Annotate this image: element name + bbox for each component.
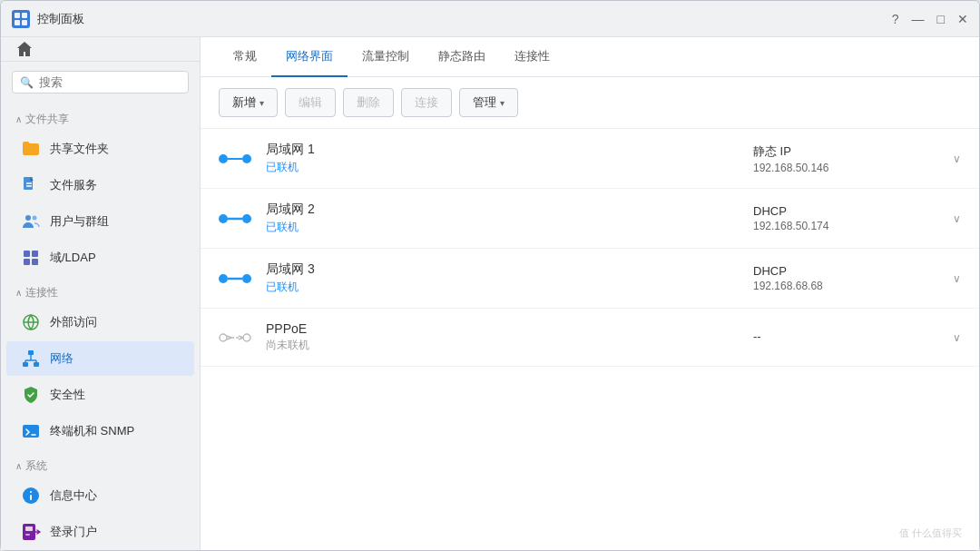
manage-button[interactable]: 管理 ▾ <box>459 88 518 117</box>
folder-icon <box>21 139 41 159</box>
svg-point-39 <box>242 274 251 283</box>
chevron-icon-2: ∧ <box>15 288 22 298</box>
pppoe-ip-type: -- <box>753 330 761 343</box>
svg-rect-0 <box>12 10 30 28</box>
svg-rect-23 <box>23 425 39 438</box>
lan3-ip-addr: 192.168.68.68 <box>753 280 823 292</box>
pppoe-expand-icon[interactable]: ∨ <box>953 331 961 344</box>
lan2-status: 已联机 <box>266 220 753 235</box>
connect-button[interactable]: 连接 <box>401 88 452 117</box>
sidebar-item-users[interactable]: 用户与群组 <box>6 204 194 239</box>
tab-general[interactable]: 常规 <box>219 37 271 77</box>
svg-rect-30 <box>25 534 30 536</box>
add-dropdown-arrow: ▾ <box>260 98 264 108</box>
section-connectivity: ∧ 连接性 <box>1 276 200 304</box>
login-portal-label: 登录门户 <box>50 524 97 540</box>
app-icon <box>12 10 30 28</box>
sidebar-item-shared-folder[interactable]: 共享文件夹 <box>6 132 194 166</box>
users-icon <box>21 212 41 231</box>
svg-rect-29 <box>25 526 33 531</box>
terminal-icon <box>21 421 41 441</box>
svg-point-8 <box>25 215 31 221</box>
lan2-expand-icon[interactable]: ∨ <box>953 212 961 225</box>
svg-point-34 <box>219 214 228 223</box>
svg-rect-11 <box>32 251 38 257</box>
sidebar-item-file-service[interactable]: 文件服务 <box>6 168 194 202</box>
lan3-ip-type: DHCP <box>753 264 787 278</box>
watermark: 值 什么值得买 <box>899 526 962 540</box>
chevron-icon-3: ∧ <box>15 461 22 471</box>
terminal-snmp-label: 终端机和 SNMP <box>50 423 134 439</box>
home-icon <box>15 40 34 58</box>
domain-icon <box>21 248 41 268</box>
lan2-name: 局域网 2 <box>266 202 753 218</box>
tab-traffic-control[interactable]: 流量控制 <box>348 37 424 77</box>
network-icon <box>21 349 41 369</box>
section-file-sharing: ∧ 文件共享 <box>1 103 200 131</box>
tab-static-route[interactable]: 静态路由 <box>424 37 500 77</box>
svg-rect-2 <box>22 13 27 18</box>
search-icon: 🔍 <box>20 76 34 89</box>
svg-rect-12 <box>24 259 30 265</box>
shared-folder-label: 共享文件夹 <box>50 141 109 157</box>
info-center-label: 信息中心 <box>50 487 97 504</box>
search-box[interactable]: 🔍 <box>12 71 189 93</box>
network-row-lan3[interactable]: 局域网 3 已联机 DHCP 192.168.68.68 ∨ <box>201 249 979 309</box>
pppoe-connection-icon <box>219 329 251 347</box>
svg-point-36 <box>242 214 251 223</box>
sidebar-item-login-portal[interactable]: 登录门户 <box>6 515 194 549</box>
sidebar-item-network[interactable]: 网络 <box>6 341 194 376</box>
edit-button[interactable]: 编辑 <box>285 88 336 117</box>
file-service-label: 文件服务 <box>50 177 97 193</box>
lan3-name: 局域网 3 <box>266 261 753 278</box>
tab-network-interface[interactable]: 网络界面 <box>271 37 348 77</box>
window-title: 控制面板 <box>37 11 892 27</box>
help-button[interactable]: ? <box>892 13 899 25</box>
svg-rect-27 <box>30 495 32 500</box>
network-row-lan1[interactable]: 局域网 1 已联机 静态 IP 192.168.50.146 ∨ <box>201 129 979 189</box>
lan1-status: 已联机 <box>266 160 753 175</box>
lan2-ip-info: DHCP 192.168.50.174 <box>753 204 935 232</box>
sidebar-item-terminal[interactable]: 终端机和 SNMP <box>6 414 194 448</box>
search-input[interactable] <box>39 75 181 89</box>
info-icon <box>21 486 41 506</box>
delete-button[interactable]: 删除 <box>343 88 394 117</box>
pppoe-info: PPPoE 尚未联机 <box>266 321 753 353</box>
sidebar-item-domain[interactable]: 域/LDAP <box>6 241 194 275</box>
sidebar-item-external-access[interactable]: 外部访问 <box>6 305 194 339</box>
lan1-name: 局域网 1 <box>266 142 753 158</box>
lan2-ip-addr: 192.168.50.174 <box>753 220 828 232</box>
close-button[interactable]: ✕ <box>957 13 968 25</box>
network-row-pppoe[interactable]: PPPoE 尚未联机 -- ∨ <box>201 309 979 367</box>
lan1-expand-icon[interactable]: ∨ <box>953 153 961 165</box>
tabs-bar: 常规 网络界面 流量控制 静态路由 连接性 <box>201 37 979 77</box>
svg-point-31 <box>219 154 228 163</box>
maximize-button[interactable]: □ <box>937 13 945 25</box>
network-row-lan2[interactable]: 局域网 2 已联机 DHCP 192.168.50.174 ∨ <box>201 189 979 249</box>
svg-rect-28 <box>23 524 35 540</box>
tab-connectivity[interactable]: 连接性 <box>500 37 564 77</box>
network-interface-list: 局域网 1 已联机 静态 IP 192.168.50.146 ∨ <box>201 129 979 550</box>
svg-point-9 <box>33 216 37 221</box>
network-label: 网络 <box>50 350 74 367</box>
sidebar-item-security[interactable]: 安全性 <box>6 378 194 412</box>
external-access-label: 外部访问 <box>50 314 97 330</box>
svg-point-33 <box>242 154 251 163</box>
lan3-ip-info: DHCP 192.168.68.68 <box>753 264 935 292</box>
login-icon <box>21 522 41 542</box>
add-button[interactable]: 新增 ▾ <box>219 88 278 117</box>
svg-rect-10 <box>24 251 30 257</box>
lan3-expand-icon[interactable]: ∨ <box>953 272 961 285</box>
sidebar: 🔍 ∧ 文件共享 共享文件夹 <box>1 37 201 550</box>
lan2-ip-type: DHCP <box>753 204 787 218</box>
svg-rect-16 <box>28 350 34 355</box>
titlebar: 控制面板 ? — □ ✕ <box>1 1 979 37</box>
minimize-button[interactable]: — <box>912 13 925 25</box>
lan1-connection-icon <box>219 150 251 168</box>
sidebar-item-info-center[interactable]: 信息中心 <box>6 478 194 513</box>
svg-rect-13 <box>32 259 38 265</box>
svg-rect-18 <box>34 362 39 367</box>
svg-rect-3 <box>15 20 20 25</box>
home-button[interactable] <box>1 37 200 62</box>
lan1-ip-addr: 192.168.50.146 <box>753 162 828 174</box>
